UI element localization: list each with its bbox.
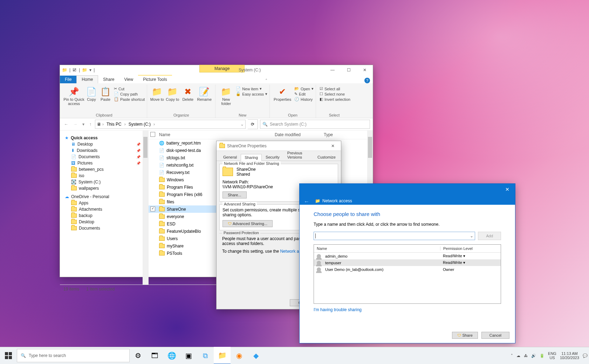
props-tab[interactable]: Sharing xyxy=(241,154,262,161)
breadcrumb-drive[interactable]: System (C:) xyxy=(127,122,152,127)
maximize-button[interactable]: ☐ xyxy=(341,65,357,75)
notifications-icon[interactable]: 💬 xyxy=(583,354,588,358)
terminal-icon[interactable]: ▣ xyxy=(180,347,197,364)
tab-share[interactable]: Share xyxy=(98,76,119,83)
help-icon[interactable]: ? xyxy=(364,78,370,83)
taskbar[interactable]: 🔍 Type here to search ⚙ 🗔 🌐 ▣ ⧉ 📁 ◉ ◆ ˄ … xyxy=(0,347,589,364)
clock-date[interactable]: 10/20/2023 xyxy=(560,356,579,360)
props-tab[interactable]: Security xyxy=(262,154,283,161)
nav-item[interactable]: 💽System (C:) xyxy=(63,179,148,185)
copy-button[interactable]: 📄Copy xyxy=(84,85,98,102)
firefox-icon[interactable]: ◉ xyxy=(231,347,247,364)
task-view-button[interactable]: 🗔 xyxy=(146,347,163,364)
copy-path-button[interactable]: 📄Copy path xyxy=(114,91,145,97)
nav-item[interactable]: Apps xyxy=(63,200,148,206)
language-indicator[interactable]: ENG xyxy=(548,351,556,356)
collapse-ribbon-icon[interactable]: ˄ xyxy=(265,78,267,83)
properties-titlebar[interactable]: ShareOne Properties ✕ xyxy=(217,141,341,151)
props-tab[interactable]: General xyxy=(219,154,241,161)
address-dropdown-icon[interactable]: ⌄ xyxy=(240,122,244,127)
breadcrumb-this-pc[interactable]: This PC xyxy=(105,122,123,127)
minimize-button[interactable]: — xyxy=(324,65,341,75)
explorer-taskbar-icon[interactable]: 📁 xyxy=(214,347,231,364)
select-none-button[interactable]: ☐Select none xyxy=(320,91,350,97)
name-combobox[interactable] xyxy=(314,232,475,240)
nav-item[interactable]: backup xyxy=(63,212,148,219)
back-button[interactable]: ← xyxy=(304,198,309,205)
share-list[interactable]: Name Permission Level admin_demoRead/Wri… xyxy=(314,244,501,304)
explorer-titlebar[interactable]: 📁 | 🗹 | 📁 ▾ | Manage System (C:) — ☐ ✕ xyxy=(60,65,373,75)
nav-item[interactable]: 🖥Desktop📌 xyxy=(63,141,148,147)
close-button[interactable]: ✕ xyxy=(502,186,512,193)
settings-icon[interactable]: ⚙ xyxy=(130,347,146,364)
nav-item[interactable]: between_pcs xyxy=(63,166,148,173)
onedrive-tray-icon[interactable]: ☁ xyxy=(516,354,520,358)
open-button[interactable]: 📂Open▾ xyxy=(294,86,314,91)
app-icon[interactable]: ◆ xyxy=(247,347,264,364)
edit-button[interactable]: ✎Edit xyxy=(294,91,314,97)
nav-item[interactable]: ⬇Downloads📌 xyxy=(63,147,148,154)
properties-button[interactable]: ✔Properties xyxy=(272,85,293,102)
rename-button[interactable]: 📝Rename xyxy=(196,85,213,102)
navigation-pane[interactable]: ★Quick access 🖥Desktop📌⬇Downloads📌📄Docum… xyxy=(60,131,149,285)
start-button[interactable] xyxy=(0,347,17,364)
navpane-scrollbar[interactable] xyxy=(143,131,148,285)
copy-to-button[interactable]: 📁Copy to xyxy=(165,85,180,102)
search-box[interactable]: 🔍 Search System (C:) xyxy=(260,120,370,129)
back-button[interactable]: ← xyxy=(63,120,70,128)
move-to-button[interactable]: 📁Move to xyxy=(149,85,165,102)
trouble-sharing-link[interactable]: I'm having trouble sharing xyxy=(314,307,362,312)
tab-picture-tools[interactable]: Picture Tools xyxy=(138,75,172,83)
easy-access-button[interactable]: 🔓Easy access▾ xyxy=(236,91,267,97)
new-item-button[interactable]: 📄New item▾ xyxy=(236,86,267,91)
share-list-row[interactable]: User Demo (m_lab@outlook.com)Owner xyxy=(314,266,501,273)
battery-tray-icon[interactable]: 🔋 xyxy=(540,354,545,358)
props-tab[interactable]: Previous Versions xyxy=(283,149,314,161)
close-button[interactable]: ✕ xyxy=(357,65,373,75)
refresh-button[interactable]: ⟳ xyxy=(248,119,258,129)
address-bar[interactable]: 🖥› This PC› System (C:)› ⌄ xyxy=(95,120,246,129)
quick-access-header[interactable]: ★Quick access xyxy=(63,135,148,141)
paste-button[interactable]: 📋Paste xyxy=(98,85,112,102)
tab-file[interactable]: File xyxy=(60,76,76,83)
volume-tray-icon[interactable]: 🔊 xyxy=(531,354,536,358)
col-date[interactable]: Date modified xyxy=(275,132,324,137)
col-type[interactable]: Type xyxy=(324,132,373,137)
new-folder-button[interactable]: 📁New folder xyxy=(218,85,234,106)
tab-view[interactable]: View xyxy=(119,76,138,83)
invert-selection-button[interactable]: ◧Invert selection xyxy=(320,97,350,102)
share-button[interactable]: Share... xyxy=(222,191,247,198)
forward-button[interactable]: → xyxy=(72,120,79,128)
share-confirm-button[interactable]: 🛡Share xyxy=(452,332,478,339)
nav-item[interactable]: Attachments xyxy=(63,206,148,212)
nav-item[interactable]: iso xyxy=(63,173,148,179)
nav-item[interactable]: wallpapers xyxy=(63,185,148,191)
onedrive-header[interactable]: ☁OneDrive - Personal xyxy=(63,194,148,200)
delete-button[interactable]: ✖Delete xyxy=(180,85,196,102)
col-name[interactable]: Name xyxy=(314,246,440,251)
advanced-sharing-button[interactable]: 🛡Advanced Sharing... xyxy=(222,220,273,227)
manage-contextual-tab[interactable]: Manage xyxy=(199,65,245,72)
nav-item[interactable]: 📄Documents📌 xyxy=(63,154,148,160)
nav-item[interactable]: 🖼Pictures📌 xyxy=(63,160,148,166)
region-indicator[interactable]: US xyxy=(548,356,556,360)
network-tray-icon[interactable]: 🖧 xyxy=(524,354,528,358)
share-list-row[interactable]: admin_demoRead/Write ▾ xyxy=(314,253,501,259)
vscode-icon[interactable]: ⧉ xyxy=(197,347,214,364)
col-name[interactable]: Name xyxy=(157,132,275,137)
add-button[interactable]: Add xyxy=(478,232,501,240)
up-button[interactable]: ↑ xyxy=(88,120,93,128)
nav-item[interactable]: Documents xyxy=(63,225,148,231)
nav-item[interactable]: Desktop xyxy=(63,219,148,225)
cut-button[interactable]: ✂Cut xyxy=(114,86,145,91)
taskbar-search[interactable]: 🔍 Type here to search xyxy=(17,349,130,362)
edge-icon[interactable]: 🌐 xyxy=(163,347,180,364)
paste-shortcut-button[interactable]: 📋Paste shortcut xyxy=(114,97,145,102)
tray-chevron-icon[interactable]: ˄ xyxy=(511,354,513,358)
column-headers[interactable]: Name Date modified Type xyxy=(149,131,373,139)
select-all-checkbox[interactable] xyxy=(150,132,155,137)
network-access-header[interactable]: ✕ ← 📁Network access xyxy=(300,184,515,205)
pin-to-quick-access-button[interactable]: 📌Pin to Quick access xyxy=(63,85,84,106)
history-button[interactable]: 🕘History xyxy=(294,97,314,102)
close-button[interactable]: ✕ xyxy=(325,141,341,150)
